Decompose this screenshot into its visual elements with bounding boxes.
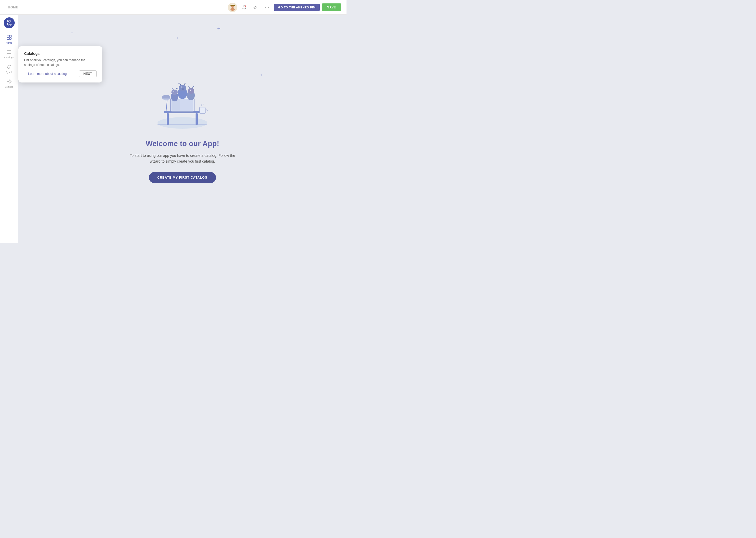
go-to-akeneo-button[interactable]: GO TO THE AKENEO PIM <box>274 4 320 11</box>
svg-point-39 <box>177 94 178 95</box>
svg-point-30 <box>182 88 184 90</box>
svg-point-38 <box>190 90 191 90</box>
synch-icon <box>7 64 12 70</box>
sidebar-catalogs-label: Catalogs <box>4 56 14 59</box>
svg-rect-6 <box>7 35 9 37</box>
sidebar-item-home[interactable]: Home <box>1 32 17 46</box>
tooltip-next-button[interactable]: NEXT <box>79 71 97 77</box>
plus-decoration-4: + <box>260 73 262 77</box>
catalogs-icon <box>7 49 12 55</box>
home-icon <box>7 35 12 41</box>
svg-point-27 <box>179 85 186 91</box>
bell-icon-button[interactable] <box>239 3 249 12</box>
sidebar-settings-label: Settings <box>5 86 13 88</box>
sidebar-home-label: Home <box>6 41 12 44</box>
logo-text: MyApp <box>7 20 12 26</box>
welcome-illustration <box>148 74 216 132</box>
svg-rect-7 <box>10 35 11 37</box>
dots-icon: ··· <box>265 4 269 10</box>
svg-point-34 <box>173 91 174 92</box>
app-logo[interactable]: MyApp <box>4 17 15 28</box>
svg-rect-3 <box>230 5 235 6</box>
svg-point-36 <box>188 88 194 94</box>
tooltip-box: Catalogs List of all you catalogs, you c… <box>19 46 102 82</box>
svg-point-40 <box>187 93 188 94</box>
svg-rect-17 <box>167 113 169 125</box>
svg-rect-18 <box>196 113 198 125</box>
sidebar-item-synch[interactable]: Synch <box>1 62 17 76</box>
svg-point-14 <box>158 117 208 129</box>
svg-rect-10 <box>7 50 11 51</box>
create-first-catalog-button[interactable]: CREATE MY FIRST CATALOG <box>149 172 216 183</box>
layout: MyApp Home Catalogs <box>0 15 347 243</box>
svg-rect-9 <box>10 37 11 39</box>
sidebar-item-settings[interactable]: Settings <box>1 77 17 90</box>
tooltip-description: List of all you catalogs, you can manage… <box>24 58 97 67</box>
top-nav-actions: ··· GO TO THE AKENEO PIM SAVE <box>228 3 341 12</box>
svg-point-29 <box>181 87 182 87</box>
sidebar: MyApp Home Catalogs <box>0 15 19 243</box>
tooltip-footer: → Learn more about a catalog NEXT <box>24 71 97 77</box>
sidebar-item-catalogs[interactable]: Catalogs <box>1 47 17 61</box>
svg-point-5 <box>244 5 246 7</box>
svg-point-32 <box>171 89 178 95</box>
svg-rect-23 <box>200 107 205 114</box>
tooltip-learn-more-link[interactable]: → Learn more about a catalog <box>24 72 67 76</box>
svg-point-2 <box>230 8 235 11</box>
sidebar-synch-label: Synch <box>6 71 12 74</box>
svg-rect-11 <box>7 52 11 52</box>
welcome-description: To start to using our app you have to cr… <box>127 153 238 164</box>
megaphone-icon-button[interactable] <box>251 3 260 12</box>
avatar-button[interactable] <box>228 3 237 12</box>
plus-decoration-5: + <box>71 30 73 35</box>
more-options-button[interactable]: ··· <box>262 3 272 12</box>
plus-decoration-1: + <box>217 25 220 32</box>
svg-line-24 <box>166 99 167 111</box>
svg-point-4 <box>244 9 244 9</box>
welcome-title: Welcome to our App! <box>146 139 219 148</box>
svg-rect-8 <box>7 37 9 39</box>
tooltip-title: Catalogs <box>24 51 97 56</box>
tooltip-popover: Catalogs List of all you catalogs, you c… <box>19 46 102 82</box>
svg-point-13 <box>8 81 10 82</box>
svg-rect-12 <box>7 53 11 54</box>
top-nav-home-label: HOME <box>8 6 19 9</box>
top-nav: HOME <box>0 0 347 15</box>
svg-rect-22 <box>169 112 196 113</box>
settings-icon <box>7 79 12 85</box>
plus-decoration-3: + <box>242 49 244 53</box>
save-button[interactable]: SAVE <box>322 3 341 11</box>
plus-decoration-2: + <box>176 36 178 40</box>
